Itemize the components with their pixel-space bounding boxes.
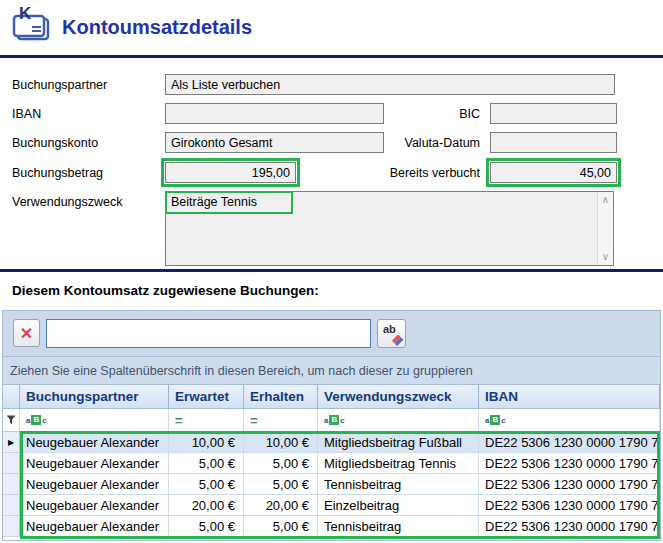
clear-filter-button[interactable]: ✕ [13,319,40,347]
column-header-erhalten[interactable]: Erhalten [244,385,318,408]
cell-erhalten: 20,00 € [244,495,318,516]
cell-erhalten: 5,00 € [244,453,318,474]
cell-iban: DE22 5306 1230 0000 1790 72 [479,495,660,516]
buchungspartner-label: Buchungspartner [12,78,107,92]
cell-verwendungszweck: Tennisbeitrag [318,516,479,537]
grid-filter-row: aBc==aBcaBc [3,409,660,432]
text-search-button[interactable]: ab [377,319,406,348]
group-by-panel[interactable]: Ziehen Sie eine Spaltenüberschrift in di… [3,356,660,384]
bereits-verbucht-field[interactable]: 45,00 [490,162,617,183]
filter-funnel-cell[interactable] [3,409,20,431]
cell-buchungspartner: Neugebauer Alexander [20,432,169,453]
cell-iban: DE22 5306 1230 0000 1790 72 [479,474,660,495]
cell-buchungspartner: Neugebauer Alexander [20,453,169,474]
cell-buchungspartner: Neugebauer Alexander [20,516,169,537]
assigned-bookings-heading: Diesem Kontoumsatz zugewiesene Buchungen… [12,283,319,298]
cell-iban: DE22 5306 1230 0000 1790 72 [479,432,660,453]
row-indicator [3,453,20,474]
table-row[interactable]: Neugebauer Alexander5,00 €5,00 €Tennisbe… [3,516,660,537]
current-row-marker: ▶ [3,432,20,453]
abc-filter-icon: aBc [485,415,506,425]
cell-iban: DE22 5306 1230 0000 1790 72 [479,453,660,474]
buchungskonto-label: Buchungskonto [12,136,98,150]
grid-filter-toolbar: ✕ ab [3,311,660,356]
cell-erwartet: 5,00 € [169,453,244,474]
bookings-grid: ✕ ab Ziehen Sie eine Spaltenüberschrift … [2,310,661,541]
iban-field[interactable] [165,103,384,124]
verwendungszweck-label: Verwendungszweck [12,195,122,209]
eraser-icon [391,334,404,346]
cell-erwartet: 20,00 € [169,495,244,516]
row-indicator [3,516,20,537]
equals-filter-icon: = [175,413,183,428]
verwendungszweck-field[interactable]: Beiträge Tennis ∧ ∨ [165,191,614,266]
buchungsbetrag-label: Buchungsbetrag [12,166,103,180]
group-by-hint: Ziehen Sie eine Spaltenüberschrift in di… [10,364,473,378]
filter-text-input[interactable] [46,319,371,348]
column-header-buchungspartner[interactable]: Buchungspartner [20,385,169,408]
column-header-iban[interactable]: IBAN [479,385,660,408]
k-card-icon: K [8,3,54,47]
cell-erwartet: 5,00 € [169,474,244,495]
scroll-up-icon[interactable]: ∧ [598,193,613,207]
valuta-datum-field[interactable] [490,132,617,153]
grid-header-row: BuchungspartnerErwartetErhaltenVerwendun… [3,384,660,409]
svg-text:K: K [19,4,32,23]
bic-field[interactable] [490,103,617,124]
abc-filter-icon: aBc [26,415,47,425]
table-row[interactable]: ▶Neugebauer Alexander10,00 €10,00 €Mitgl… [3,432,660,453]
cell-erhalten: 5,00 € [244,516,318,537]
cell-verwendungszweck: Tennisbeitrag [318,474,479,495]
row-indicator [3,474,20,495]
buchungspartner-field[interactable]: Als Liste verbuchen [165,74,615,95]
cell-verwendungszweck: Mitgliedsbeitrag Tennis [318,453,479,474]
bic-label: BIC [380,107,480,121]
funnel-icon [6,415,16,425]
valuta-datum-label: Valuta-Datum [380,136,480,150]
cell-erhalten: 5,00 € [244,474,318,495]
scroll-down-icon[interactable]: ∨ [598,250,613,264]
filter-cell-erwartet[interactable]: = [169,409,244,431]
buchungskonto-field[interactable]: Girokonto Gesamt [165,132,384,153]
grid-body: ▶Neugebauer Alexander10,00 €10,00 €Mitgl… [3,432,660,537]
cell-erwartet: 10,00 € [169,432,244,453]
cell-buchungspartner: Neugebauer Alexander [20,495,169,516]
iban-label: IBAN [12,107,41,121]
bereits-verbucht-label: Bereits verbucht [360,166,480,180]
filter-cell-buchungspartner[interactable]: aBc [20,409,169,431]
filter-cell-verwendungszweck[interactable]: aBc [318,409,479,431]
cell-erwartet: 5,00 € [169,516,244,537]
row-indicator [3,495,20,516]
cell-verwendungszweck: Mitgliedsbeitrag Fußball [318,432,479,453]
cell-verwendungszweck: Einzelbeitrag [318,495,479,516]
filter-cell-erhalten[interactable]: = [244,409,318,431]
table-row[interactable]: Neugebauer Alexander20,00 €20,00 €Einzel… [3,495,660,516]
kontoumsatzdetails-window: K Kontoumsatzdetails Buchungspartner IBA… [0,0,663,543]
cell-erhalten: 10,00 € [244,432,318,453]
table-row[interactable]: Neugebauer Alexander5,00 €5,00 €Tennisbe… [3,474,660,495]
equals-filter-icon: = [250,413,258,428]
section-divider [0,269,663,272]
header-divider [0,55,663,58]
buchungsbetrag-field[interactable]: 195,00 [165,162,296,183]
verwendungszweck-value: Beiträge Tennis [171,195,257,209]
indicator-header-cell [3,385,20,408]
abc-filter-icon: aBc [324,415,345,425]
cell-iban: DE22 5306 1230 0000 1790 72 [479,516,660,537]
cell-buchungspartner: Neugebauer Alexander [20,474,169,495]
page-title: Kontoumsatzdetails [62,16,252,39]
vertical-scrollbar[interactable]: ∧ ∨ [597,192,613,265]
column-header-erwartet[interactable]: Erwartet [169,385,244,408]
table-row[interactable]: Neugebauer Alexander5,00 €5,00 €Mitglied… [3,453,660,474]
filter-cell-iban[interactable]: aBc [479,409,660,431]
column-header-verwendungszweck[interactable]: Verwendungszweck [318,385,479,408]
red-x-icon: ✕ [20,324,33,343]
